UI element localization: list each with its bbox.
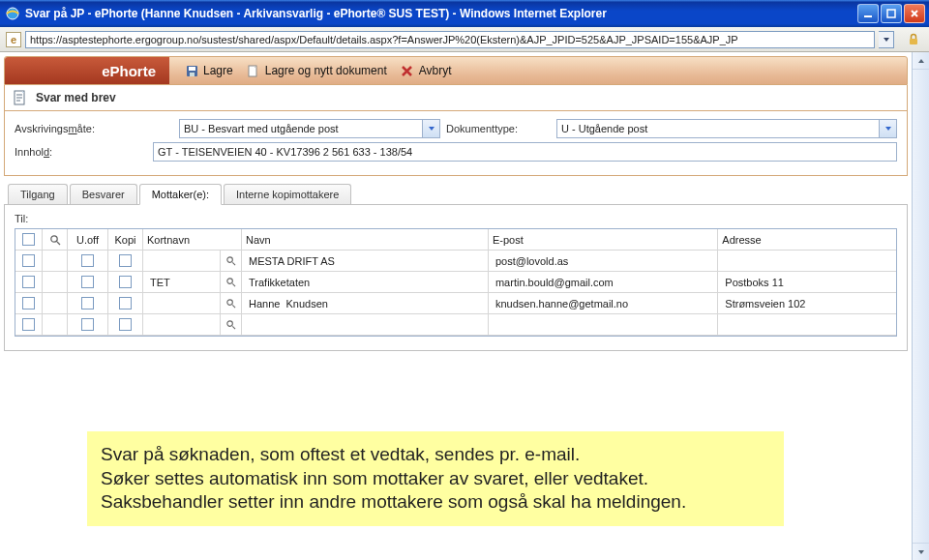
innhold-input[interactable] <box>153 142 897 162</box>
doktype-select-value: U - Utgående post <box>556 119 880 138</box>
row-checkbox[interactable] <box>15 293 43 313</box>
save-and-new-button[interactable]: Lagre og nytt dokument <box>247 64 387 77</box>
row-kortnavn-input[interactable] <box>147 293 216 313</box>
svg-rect-5 <box>189 67 195 71</box>
row-navn-input[interactable] <box>246 293 484 313</box>
table-row <box>15 314 896 336</box>
row-epost-input[interactable] <box>493 314 713 335</box>
search-icon[interactable] <box>221 314 242 335</box>
window-titlebar: Svar på JP - ePhorte (Hanne Knudsen - Ar… <box>0 0 929 27</box>
search-icon[interactable] <box>221 251 242 271</box>
url-dropdown-button[interactable] <box>879 31 894 48</box>
url-input[interactable] <box>25 31 875 48</box>
row-epost-input[interactable] <box>493 272 713 292</box>
search-icon[interactable] <box>221 293 242 313</box>
save-button[interactable]: Lagre <box>185 64 233 77</box>
scroll-down-button[interactable] <box>913 543 929 560</box>
row-adresse-input[interactable] <box>722 314 892 335</box>
chevron-down-icon[interactable] <box>423 119 440 138</box>
svg-point-9 <box>50 235 56 241</box>
svg-rect-3 <box>910 39 917 44</box>
svg-rect-2 <box>887 10 895 17</box>
row-adresse-input[interactable] <box>722 293 892 313</box>
row-checkbox[interactable] <box>15 272 43 292</box>
avskriv-select-value: BU - Besvart med utgående post <box>179 119 423 138</box>
window-title: Svar på JP - ePhorte (Hanne Knudsen - Ar… <box>25 7 857 20</box>
header-kopi: Kopi <box>108 229 143 250</box>
header-uoff: U.off <box>68 229 108 250</box>
row-epost-input[interactable] <box>493 251 713 271</box>
recipients-panel: Til: U.off Kopi Kortnavn Navn E-post Adr… <box>4 205 908 351</box>
callout-line: Svar på søknaden, som oftest et vedtak, … <box>101 443 770 467</box>
row-checkbox[interactable] <box>15 314 43 335</box>
row-uoff-checkbox[interactable] <box>68 251 108 271</box>
close-button[interactable] <box>904 4 925 23</box>
row-kopi-checkbox[interactable] <box>108 314 143 335</box>
svg-rect-6 <box>190 73 195 76</box>
row-uoff-checkbox[interactable] <box>68 314 108 335</box>
app-header: ePhorte Lagre Lagre og nytt dokument <box>4 56 908 85</box>
row-uoff-checkbox[interactable] <box>68 272 108 292</box>
tab-tilgang[interactable]: Tilgang <box>8 184 68 204</box>
tabs: Tilgang Besvarer Mottaker(e): Interne ko… <box>4 184 908 205</box>
header-kortnavn: Kortnavn <box>143 229 242 250</box>
table-row <box>15 251 896 272</box>
svg-point-11 <box>227 279 233 284</box>
lock-icon <box>904 30 923 49</box>
svg-point-0 <box>7 8 18 19</box>
svg-point-10 <box>227 257 233 263</box>
minimize-button[interactable] <box>857 4 879 23</box>
doktype-select[interactable]: U - Utgående post <box>556 119 897 138</box>
recipients-grid: U.off Kopi Kortnavn Navn E-post Adresse <box>15 228 897 337</box>
search-icon[interactable] <box>43 229 68 250</box>
header-adresse: Adresse <box>718 229 896 250</box>
row-kopi-checkbox[interactable] <box>108 251 143 271</box>
avskriv-select[interactable]: BU - Besvart med utgående post <box>179 119 440 138</box>
row-kortnavn-input[interactable] <box>147 314 216 335</box>
tab-besvarer[interactable]: Besvarer <box>70 184 137 204</box>
til-label: Til: <box>15 213 897 224</box>
avskriv-label: Avskrivingsmåte: <box>15 123 179 134</box>
row-navn-input[interactable] <box>246 272 484 292</box>
tab-mottaker[interactable]: Mottaker(e): <box>139 184 222 205</box>
row-uoff-checkbox[interactable] <box>68 293 108 313</box>
tab-interne-kopimottakere[interactable]: Interne kopimottakere <box>224 184 351 204</box>
row-adresse-input[interactable] <box>722 272 892 292</box>
row-checkbox[interactable] <box>15 251 43 271</box>
svg-rect-1 <box>864 15 872 17</box>
address-bar: e <box>0 27 929 52</box>
row-kortnavn-input[interactable] <box>147 272 216 292</box>
svg-point-13 <box>227 321 233 327</box>
cancel-label: Avbryt <box>419 64 452 77</box>
row-kopi-checkbox[interactable] <box>108 272 143 292</box>
row-kortnavn-input[interactable] <box>147 251 216 271</box>
brand-logo: ePhorte <box>5 57 169 84</box>
document-icon <box>13 90 28 105</box>
row-navn-input[interactable] <box>246 314 484 335</box>
maximize-button[interactable] <box>881 4 902 23</box>
table-row <box>15 293 896 314</box>
row-adresse-input[interactable] <box>722 251 892 271</box>
callout-line: Søker settes automatisk inn som mottaker… <box>101 467 770 491</box>
row-kopi-checkbox[interactable] <box>108 293 143 313</box>
chevron-down-icon[interactable] <box>880 119 897 138</box>
ie-icon <box>4 5 21 22</box>
save-icon <box>185 64 198 77</box>
svg-point-12 <box>227 300 233 306</box>
header-epost: E-post <box>489 229 718 250</box>
cancel-button[interactable]: Avbryt <box>401 64 452 77</box>
header-select-all[interactable] <box>15 229 43 250</box>
search-icon[interactable] <box>221 272 242 292</box>
scroll-up-button[interactable] <box>913 52 929 70</box>
save-and-new-label: Lagre og nytt dokument <box>265 64 387 77</box>
section-title: Svar med brev <box>36 91 116 104</box>
table-row <box>15 272 896 293</box>
row-navn-input[interactable] <box>246 251 484 271</box>
page-icon: e <box>6 32 21 47</box>
vertical-scrollbar[interactable] <box>912 52 929 560</box>
save-label: Lagre <box>203 64 233 77</box>
section-header: Svar med brev <box>4 85 908 111</box>
annotation-callout: Svar på søknaden, som oftest et vedtak, … <box>87 431 784 526</box>
row-epost-input[interactable] <box>493 293 713 313</box>
form-area: Avskrivingsmåte: BU - Besvart med utgåen… <box>4 111 908 176</box>
